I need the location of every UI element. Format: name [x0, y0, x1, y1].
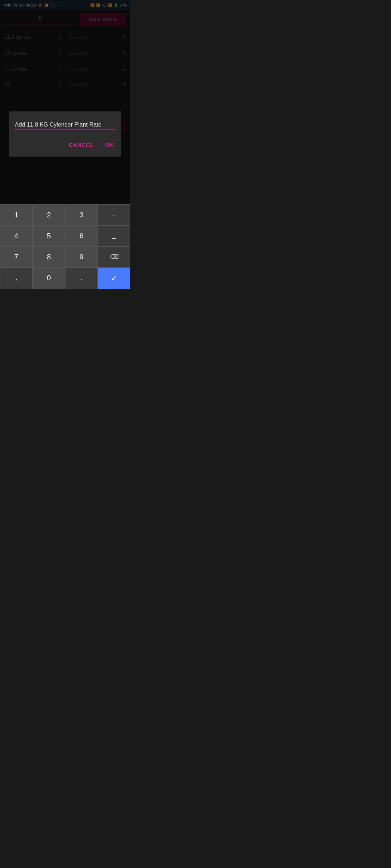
keyboard-row-4: , 0 . ✓ [0, 267, 130, 289]
dialog-actions: CANCEL OK [15, 139, 115, 151]
dialog-input[interactable] [15, 120, 115, 129]
key-comma[interactable]: , [0, 268, 33, 289]
key-5[interactable]: 5 [33, 226, 65, 246]
key-7[interactable]: 7 [0, 247, 33, 267]
dialog-input-wrapper[interactable] [15, 120, 115, 130]
keyboard-row-1: 1 2 3 – [0, 204, 130, 225]
keyboard-row-3: 7 8 9 ⌫ [0, 246, 130, 267]
key-1[interactable]: 1 [0, 205, 33, 225]
dialog: CANCEL OK [9, 111, 121, 157]
key-4[interactable]: 4 [0, 226, 33, 246]
key-3[interactable]: 3 [65, 205, 98, 225]
ok-button[interactable]: OK [104, 139, 116, 151]
key-enter[interactable]: ✓ [98, 268, 130, 289]
key-8[interactable]: 8 [33, 247, 65, 267]
key-backspace[interactable]: ⌫ [98, 247, 130, 267]
key-0[interactable]: 0 [33, 268, 65, 289]
key-9[interactable]: 9 [65, 247, 98, 267]
cancel-button[interactable]: CANCEL [67, 139, 95, 151]
key-minus[interactable]: – [98, 205, 130, 225]
key-tab[interactable]: ⎯ [98, 226, 130, 246]
key-2[interactable]: 2 [33, 205, 65, 225]
numeric-keyboard: 1 2 3 – 4 5 6 ⎯ 7 8 9 ⌫ , 0 . ✓ [0, 204, 130, 289]
key-period[interactable]: . [65, 268, 98, 289]
keyboard-row-2: 4 5 6 ⎯ [0, 225, 130, 246]
key-6[interactable]: 6 [65, 226, 98, 246]
